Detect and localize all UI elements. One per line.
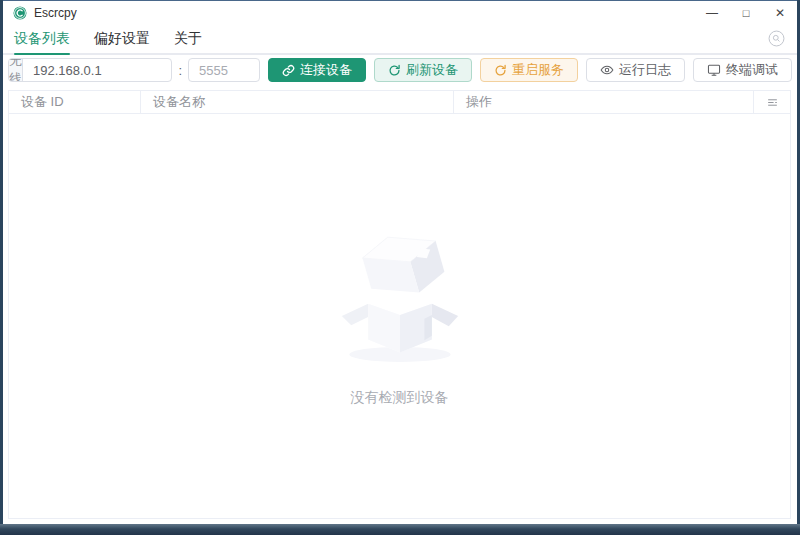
device-table-header: 设备 ID 设备名称 操作 <box>9 91 790 114</box>
search-button[interactable] <box>768 30 785 47</box>
column-settings-icon <box>766 96 779 109</box>
window-border-top <box>0 0 800 1</box>
column-header-device-id: 设备 ID <box>9 91 141 113</box>
connect-device-button[interactable]: 连接设备 <box>268 58 366 82</box>
wireless-host-group: 无线 <box>8 58 172 82</box>
device-table: 设备 ID 设备名称 操作 <box>8 90 791 519</box>
tabbar: 设备列表 偏好设置 关于 <box>3 24 797 55</box>
host-port-separator: : <box>178 63 182 78</box>
maximize-button[interactable]: □ <box>729 1 763 24</box>
run-logs-label: 运行日志 <box>619 61 671 79</box>
refresh-devices-label: 刷新设备 <box>406 61 458 79</box>
eye-icon <box>600 63 614 77</box>
titlebar: Escrcpy — □ ✕ <box>3 1 797 24</box>
tab-about[interactable]: 关于 <box>174 24 202 53</box>
host-input[interactable] <box>23 59 172 81</box>
close-button[interactable]: ✕ <box>763 1 797 24</box>
connect-device-label: 连接设备 <box>300 61 352 79</box>
window-border-left <box>0 0 3 525</box>
empty-box-illustration <box>325 225 475 375</box>
refresh-devices-button[interactable]: 刷新设备 <box>374 58 472 82</box>
search-icon <box>768 30 785 47</box>
refresh-icon <box>388 64 401 77</box>
wireless-mode-label[interactable]: 无线 <box>9 59 23 81</box>
window-title: Escrcpy <box>34 6 77 20</box>
refresh-icon <box>494 64 507 77</box>
terminal-debug-button[interactable]: 终端调试 <box>693 58 792 82</box>
minimize-button[interactable]: — <box>695 1 729 24</box>
empty-state-text: 没有检测到设备 <box>351 389 449 407</box>
toolbar: 无线 : 连接设备 刷新设备 重启服务 运行日志 <box>8 58 792 82</box>
window-controls: — □ ✕ <box>695 1 797 24</box>
monitor-icon <box>707 63 721 77</box>
column-settings-button[interactable] <box>754 91 790 113</box>
window-border-bottom <box>0 524 800 535</box>
tab-device-list[interactable]: 设备列表 <box>14 24 70 53</box>
app-logo-icon <box>13 6 27 20</box>
empty-state: 没有检测到设备 <box>9 114 790 518</box>
link-icon <box>282 64 295 77</box>
column-header-actions: 操作 <box>454 91 754 113</box>
run-logs-button[interactable]: 运行日志 <box>586 58 685 82</box>
terminal-debug-label: 终端调试 <box>726 61 778 79</box>
port-input[interactable] <box>188 58 260 82</box>
column-header-device-name: 设备名称 <box>141 91 454 113</box>
restart-service-button[interactable]: 重启服务 <box>480 58 578 82</box>
tab-preferences[interactable]: 偏好设置 <box>94 24 150 53</box>
restart-service-label: 重启服务 <box>512 61 564 79</box>
